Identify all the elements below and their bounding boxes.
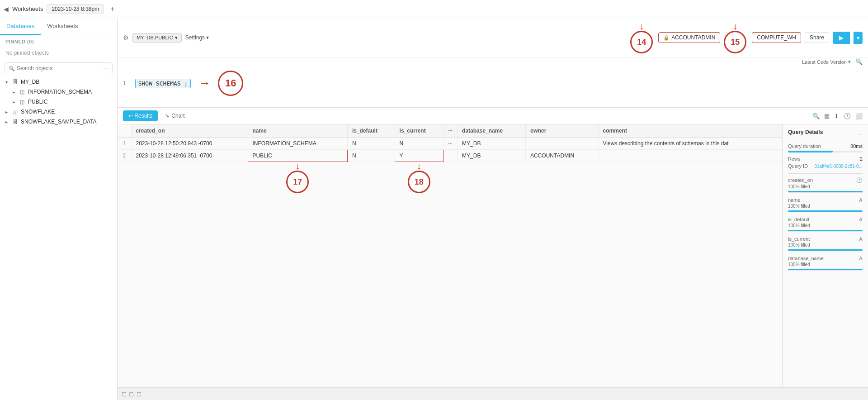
col-header-owner[interactable]: owner (526, 124, 599, 138)
results-area: created_on name is_default is_current ··… (118, 124, 868, 387)
col-created_on-fill: 100% filled (788, 184, 863, 189)
col-header-name[interactable]: name (248, 124, 347, 138)
tab-bar: ↩ Results ∿ Chart 🔍 ▦ ⬇ 🕐 ⬜ (118, 108, 868, 124)
query-id-link[interactable]: 01aff4e6-0000-2c81-0... (814, 164, 863, 169)
filter-icon[interactable]: ⚙ (123, 34, 129, 41)
code-content-1[interactable]: SHOW SCHEMAS ; (135, 79, 191, 88)
main-layout: Databases Worksheets Pinned (0) No pinne… (0, 18, 868, 400)
cell-owner-1 (526, 138, 599, 150)
worksheet-tab[interactable]: 2023-10-28 8:38pm (47, 4, 104, 14)
col-header-comment[interactable]: comment (598, 124, 782, 138)
tree-item-PUBLIC[interactable]: ▸ ◫ PUBLIC (0, 97, 117, 107)
rows-row: Rows 2 (788, 156, 863, 162)
results-table: created_on name is_default is_current ··… (118, 124, 782, 162)
circle-17: 17 (286, 171, 309, 193)
compute-wh-button[interactable]: COMPUTE_WH (752, 32, 801, 43)
worksheets-title: Worksheets (12, 5, 43, 12)
bottom-icon-3[interactable]: □ (137, 390, 141, 398)
rows-val: 2 (860, 156, 863, 162)
history-icon[interactable]: 🕐 (844, 113, 851, 119)
annotation-14-col: ↓ 14 (630, 22, 653, 53)
col-is_current-bar (788, 249, 863, 251)
details-more-icon[interactable]: ··· (859, 131, 863, 137)
cell-dots-1: ··· (443, 138, 458, 150)
col-header-is_current[interactable]: is_current (395, 124, 443, 138)
bottom-icon-1[interactable]: □ (122, 390, 126, 398)
search-input[interactable] (17, 65, 101, 71)
columns-icon[interactable]: ▦ (824, 113, 830, 119)
duration-progress-fill (788, 151, 833, 152)
latest-code-button[interactable]: Latest Code Version ▾ (802, 59, 851, 65)
tree-item-SNOWFLAKE[interactable]: ▸ △ SNOWFLAKE (0, 107, 117, 117)
details-panel: Query Details ··· Query duration 80ms Ro… (782, 124, 868, 387)
col-created_on-bar (788, 191, 863, 192)
query-id-label: Query ID (788, 163, 808, 169)
col-database_name-bar (788, 269, 863, 270)
split-icon[interactable]: ⬜ (855, 113, 863, 119)
col-is_current-bar-wrap (788, 249, 863, 251)
arrow-down-14: ↓ (639, 22, 644, 31)
back-button[interactable]: ◀ (4, 5, 9, 13)
col-header-is_default[interactable]: is_default (347, 124, 395, 138)
col-created_on: created_on 🕐 100% filled (788, 177, 863, 193)
row-num-2: 2 (118, 150, 131, 162)
circle-14: 14 (630, 31, 653, 53)
circle-16: 16 (218, 71, 243, 96)
database-icon: 🗄 (13, 79, 19, 85)
no-pinned-text: No pinned objects (0, 48, 117, 60)
more-options-icon[interactable]: ··· (103, 65, 108, 72)
arrow-right-annotation: → (198, 76, 211, 90)
tree-label-PUBLIC: PUBLIC (28, 99, 47, 105)
query-duration-row: Query duration 80ms (788, 143, 863, 149)
account-admin-button[interactable]: 🔒 ACCOUNTADMIN (658, 32, 720, 43)
download-icon[interactable]: ⬇ (834, 113, 839, 119)
tab-results-button[interactable]: ↩ Results (123, 110, 158, 121)
col-is_default-bar (788, 230, 863, 231)
col-header-dots: ··· (443, 124, 458, 138)
col-is_current-label: is_current A (788, 236, 863, 242)
db-schema-badge[interactable]: MY_DB.PUBLIC ▾ (132, 33, 182, 43)
col-database_name: database_name A 100% filled (788, 256, 863, 271)
run-button[interactable]: ▶ (833, 32, 850, 44)
arrow-down-18: ↓ (417, 162, 421, 171)
search-results-icon[interactable]: 🔍 (812, 113, 820, 119)
col-header-database_name[interactable]: database_name (458, 124, 526, 138)
annotation-18-group: ↓ 18 (408, 162, 430, 193)
share-button[interactable]: Share (805, 32, 829, 43)
results-section: ↩ Results ∿ Chart 🔍 ▦ ⬇ 🕐 ⬜ (118, 108, 868, 387)
col-is_default: is_default A 100% filled (788, 217, 863, 232)
arrow-down-17: ↓ (295, 162, 300, 171)
col-is_default-bar-wrap (788, 230, 863, 232)
settings-label: Settings (185, 34, 205, 41)
add-tab-button[interactable]: + (108, 4, 117, 14)
col-header-created_on[interactable]: created_on (131, 124, 248, 138)
search-box[interactable]: 🔍 ··· (5, 62, 113, 74)
col-name-fill: 100% filled (788, 204, 863, 209)
latest-code-row: Latest Code Version ▾ 🔍 (118, 57, 868, 67)
cell-database_name-2: MY_DB (458, 150, 526, 162)
circle-18: 18 (408, 171, 430, 193)
tree-item-INFORMATION_SCHEMA[interactable]: ▸ ◫ INFORMATION_SCHEMA (0, 87, 117, 97)
run-dropdown-button[interactable]: ▾ (854, 32, 863, 44)
tab-worksheets[interactable]: Worksheets (41, 18, 84, 35)
settings-chevron: ▾ (206, 34, 209, 41)
tree-item-MY_DB[interactable]: ▾ 🗄 MY_DB (0, 77, 117, 87)
tab-chart-button[interactable]: ∿ Chart (161, 110, 188, 121)
tree-label-SNOWFLAKE_SAMPLE_DATA: SNOWFLAKE_SAMPLE_DATA (21, 119, 97, 125)
cell-name-2: PUBLIC ↓ 17 (248, 150, 347, 162)
search-top-icon[interactable]: 🔍 (855, 58, 863, 65)
bottom-bar: □ □ □ (118, 387, 868, 400)
header-wrapper: ⚙ MY_DB.PUBLIC ▾ Settings ▾ ↓ 14 (118, 18, 868, 67)
settings-button[interactable]: Settings ▾ (185, 34, 209, 41)
cell-is_default-2: N (347, 150, 395, 162)
bottom-icon-2[interactable]: □ (129, 390, 133, 398)
tab-bar-right: 🔍 ▦ ⬇ 🕐 ⬜ (812, 113, 863, 119)
annotation-17-group: ↓ 17 (286, 162, 309, 193)
share-db-icon: △ (13, 109, 19, 115)
cell-created_on-1: 2023-10-28 12:50:20.943 -0700 (131, 138, 248, 150)
tree-item-SNOWFLAKE_SAMPLE_DATA[interactable]: ▸ 🗄 SNOWFLAKE_SAMPLE_DATA (0, 117, 117, 127)
tab-databases[interactable]: Databases (0, 18, 41, 35)
sidebar-tabs: Databases Worksheets (0, 18, 117, 35)
cell-is_current-1: N (395, 138, 443, 150)
sample-db-icon: 🗄 (13, 119, 19, 124)
